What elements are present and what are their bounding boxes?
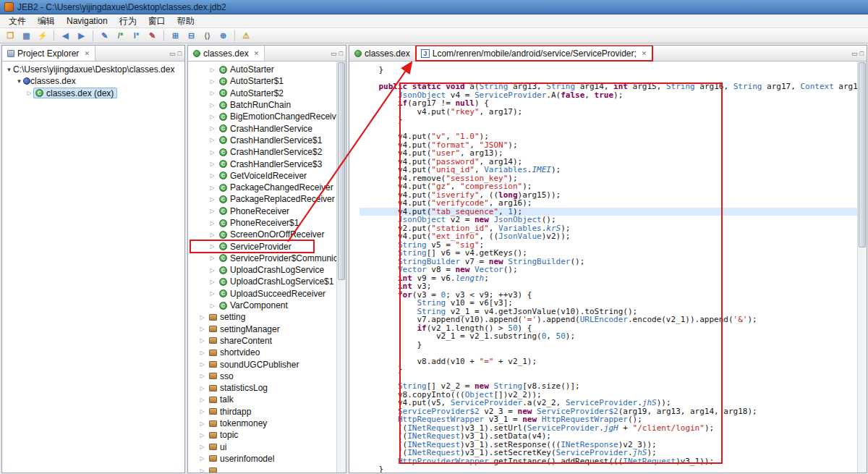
chevron-expanded-icon[interactable] xyxy=(15,76,23,87)
chevron-right-icon[interactable] xyxy=(198,441,206,452)
chevron-right-icon[interactable] xyxy=(198,418,206,429)
class-tree-item[interactable]: thirdapp xyxy=(188,406,346,418)
table-view-icon[interactable]: ⊞ xyxy=(168,29,183,42)
scrollbar[interactable] xyxy=(857,62,867,473)
chevron-right-icon[interactable] xyxy=(208,88,216,98)
class-tree-item[interactable]: ServiceProvider$Communicatio xyxy=(188,253,346,264)
class-tree-item[interactable]: ServiceProvider xyxy=(188,240,346,252)
tag-icon[interactable]: ⊕ xyxy=(216,29,231,42)
menu-item-1[interactable]: 编辑 xyxy=(32,14,61,28)
chevron-right-icon[interactable] xyxy=(208,76,216,87)
code-view[interactable]: } public static void a(String arg13, Str… xyxy=(349,62,867,473)
chevron-right-icon[interactable] xyxy=(198,347,206,358)
chevron-right-icon[interactable] xyxy=(208,288,216,299)
chevron-right-icon[interactable] xyxy=(208,64,216,75)
tab-serviceprovider[interactable]: Lcom/renren/mobile/android/service/Servi… xyxy=(416,46,653,61)
chevron-expanded-icon[interactable] xyxy=(5,64,13,75)
tree-item-project-root[interactable]: C:\Users\yijingdaxue\Desktop\classes.dex xyxy=(2,64,184,75)
chevron-right-icon[interactable] xyxy=(198,312,206,323)
chevron-right-icon[interactable] xyxy=(208,170,216,181)
class-tree-item[interactable]: PackageReplacedReceiver xyxy=(188,193,346,205)
class-tree-item[interactable]: CrashHandlerService$1 xyxy=(188,135,346,146)
edit-icon[interactable]: ✎ xyxy=(145,29,160,42)
maximize-icon[interactable] xyxy=(860,50,864,57)
class-tree-item[interactable]: PhoneReceiver xyxy=(188,206,346,217)
chevron-right-icon[interactable] xyxy=(198,359,206,370)
chevron-right-icon[interactable] xyxy=(208,218,216,229)
class-tree-item[interactable]: soundUGCPublisher xyxy=(188,358,346,370)
chevron-right-icon[interactable] xyxy=(198,465,206,473)
class-tree-item[interactable]: ScreenOnOrOffReceiver xyxy=(188,229,346,240)
class-tree-item[interactable]: VarComponent xyxy=(188,300,346,311)
class-tree-item[interactable]: talk xyxy=(188,394,346,405)
alert-icon[interactable]: ⚠ xyxy=(239,29,254,42)
comment-icon[interactable]: /* xyxy=(113,29,128,42)
class-tree-item[interactable]: AutoStarter$2 xyxy=(188,88,346,99)
minimize-icon[interactable] xyxy=(331,50,337,57)
chevron-right-icon[interactable] xyxy=(198,406,206,417)
class-tree-item[interactable]: PhoneReceiver$1 xyxy=(188,217,346,229)
grid-view-icon[interactable]: ⊟ xyxy=(184,29,199,42)
class-tree-item[interactable]: BigEmotionChangedReceiver xyxy=(188,111,346,122)
class-tree-item[interactable]: AutoStarter$1 xyxy=(188,75,346,87)
class-tree-item[interactable]: AutoStarter xyxy=(188,64,346,75)
tree-item-classes-dex-unit[interactable]: classes.dex (dex) xyxy=(2,88,184,99)
chevron-right-icon[interactable] xyxy=(208,265,216,276)
class-tree-item[interactable]: CrashHandlerService$3 xyxy=(188,158,346,169)
class-tree-item[interactable]: shareContent xyxy=(188,335,346,347)
class-tree-item[interactable]: sso xyxy=(188,371,346,382)
close-icon[interactable] xyxy=(254,50,260,57)
chevron-right-icon[interactable] xyxy=(208,276,216,287)
chevron-right-icon[interactable] xyxy=(208,111,216,122)
rename-icon[interactable]: ✎ xyxy=(97,29,112,42)
chevron-right-icon[interactable] xyxy=(208,135,216,145)
menu-item-0[interactable]: 文件 xyxy=(3,14,32,28)
chevron-right-icon[interactable] xyxy=(208,123,216,134)
chevron-right-icon[interactable] xyxy=(198,394,206,405)
annotate-icon[interactable]: I* xyxy=(129,29,144,42)
tree-item-classes-dex[interactable]: classes.dex xyxy=(2,75,184,87)
chevron-right-icon[interactable] xyxy=(198,371,206,381)
class-tree-item[interactable]: BatchRunChain xyxy=(188,99,346,111)
menu-item-2[interactable]: Navigation xyxy=(61,15,114,27)
class-tree-item[interactable]: topic xyxy=(188,429,346,441)
run-script-icon[interactable]: ⚡ xyxy=(35,29,50,42)
chevron-right-icon[interactable] xyxy=(198,335,206,346)
chevron-right-icon[interactable] xyxy=(208,229,216,240)
maximize-icon[interactable] xyxy=(339,50,343,57)
class-tree-item[interactable] xyxy=(188,465,346,473)
chevron-right-icon[interactable] xyxy=(198,323,206,334)
class-tree-item[interactable]: PackageChangedReceiver xyxy=(188,182,346,193)
minimize-icon[interactable] xyxy=(851,50,858,57)
menu-item-5[interactable]: 帮助 xyxy=(171,14,200,28)
xml-view-icon[interactable]: ⟨⟩ xyxy=(200,29,215,42)
chevron-right-icon[interactable] xyxy=(208,158,216,169)
chevron-right-icon[interactable] xyxy=(208,300,216,311)
class-tree-item[interactable]: CrashHandlerService xyxy=(188,122,346,134)
chevron-right-icon[interactable] xyxy=(208,206,216,216)
scrollbar-thumb[interactable] xyxy=(859,62,866,247)
save-icon[interactable]: ▦ xyxy=(19,29,34,42)
class-tree-item[interactable]: CrashHandlerService$2 xyxy=(188,146,346,158)
tab-classes-dex-editor[interactable]: classes.dex xyxy=(349,46,416,61)
class-tree-item[interactable]: statisticsLog xyxy=(188,382,346,394)
maximize-icon[interactable] xyxy=(178,50,182,57)
back-icon[interactable]: ◀ xyxy=(58,29,73,42)
chevron-right-icon[interactable] xyxy=(208,194,216,205)
menu-item-3[interactable]: 行为 xyxy=(114,14,142,28)
chevron-right-icon[interactable] xyxy=(25,88,33,98)
class-tree-item[interactable]: shortvideo xyxy=(188,347,346,358)
tab-project-explorer[interactable]: Project Explorer xyxy=(2,46,95,61)
class-tree-item[interactable]: settingManager xyxy=(188,323,346,335)
close-icon[interactable] xyxy=(642,50,647,57)
class-tree-item[interactable]: setting xyxy=(188,311,346,323)
class-tree-item[interactable]: ui xyxy=(188,441,346,453)
chevron-right-icon[interactable] xyxy=(208,241,216,252)
close-icon[interactable] xyxy=(84,50,90,57)
chevron-right-icon[interactable] xyxy=(208,147,216,158)
forward-icon[interactable]: ▶ xyxy=(74,29,89,42)
chevron-right-icon[interactable] xyxy=(198,430,206,441)
class-tree-item[interactable]: UploadCrashLogService xyxy=(188,264,346,276)
chevron-right-icon[interactable] xyxy=(208,182,216,193)
class-tree-item[interactable]: UploadCrashLogService$1 xyxy=(188,276,346,287)
